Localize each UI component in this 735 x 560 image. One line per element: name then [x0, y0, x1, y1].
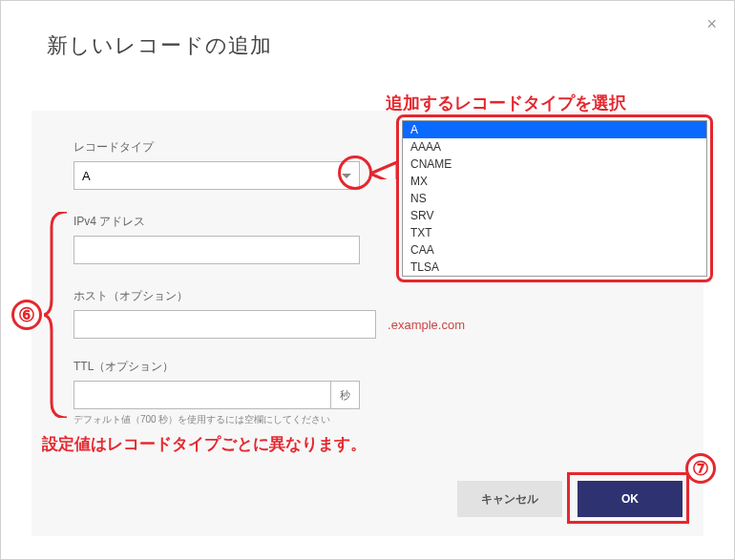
host-input[interactable] — [74, 310, 376, 339]
record-type-field: レコードタイプ A — [74, 139, 360, 190]
annotation-bracket — [44, 212, 73, 418]
ttl-label: TTL（オプション） — [74, 359, 360, 375]
host-field: ホスト（オプション） .example.com — [74, 288, 465, 339]
annotation-badge-7: ⑦ — [685, 453, 716, 484]
annotation-values-vary: 設定値はレコードタイプごとに異なります。 — [42, 433, 367, 455]
dropdown-option[interactable]: CAA — [403, 241, 706, 259]
annotation-ok-highlight — [567, 472, 689, 524]
annotation-circle-chevron — [338, 156, 372, 190]
annotation-badge-6: ⑥ — [11, 300, 42, 330]
cancel-button[interactable]: キャンセル — [457, 481, 562, 517]
ttl-field: TTL（オプション） 秒 デフォルト値（700 秒）を使用するには空欄にしてくだ… — [74, 359, 360, 426]
ipv4-field: IPv4 アドレス — [74, 214, 360, 264]
dialog-title: 新しいレコードの追加 — [1, 1, 734, 60]
dropdown-option[interactable]: NS — [403, 190, 706, 207]
record-type-select[interactable]: A — [74, 161, 360, 190]
annotation-callout-line — [370, 160, 399, 179]
dropdown-option[interactable]: SRV — [403, 207, 706, 224]
ttl-hint: デフォルト値（700 秒）を使用するには空欄にしてください — [74, 413, 360, 426]
dropdown-option[interactable]: TXT — [403, 224, 706, 241]
close-icon[interactable]: × — [706, 14, 717, 34]
ttl-unit: 秒 — [331, 381, 360, 409]
ipv4-label: IPv4 アドレス — [74, 214, 360, 230]
dropdown-option[interactable]: CNAME — [403, 156, 706, 173]
annotation-select-type: 追加するレコードタイプを選択 — [386, 92, 626, 114]
dropdown-option[interactable]: TLSA — [403, 259, 706, 276]
ttl-input[interactable] — [74, 381, 331, 409]
record-type-value: A — [82, 169, 91, 183]
dropdown-option[interactable]: AAAA — [403, 138, 706, 156]
record-type-dropdown: AAAAACNAMEMXNSSRVTXTCAATLSA — [396, 114, 713, 282]
dropdown-option[interactable]: A — [403, 121, 706, 138]
record-type-label: レコードタイプ — [74, 139, 360, 156]
domain-suffix: .example.com — [388, 318, 465, 332]
dropdown-option[interactable]: MX — [403, 173, 706, 190]
ipv4-input[interactable] — [74, 236, 360, 264]
host-label: ホスト（オプション） — [74, 288, 465, 304]
